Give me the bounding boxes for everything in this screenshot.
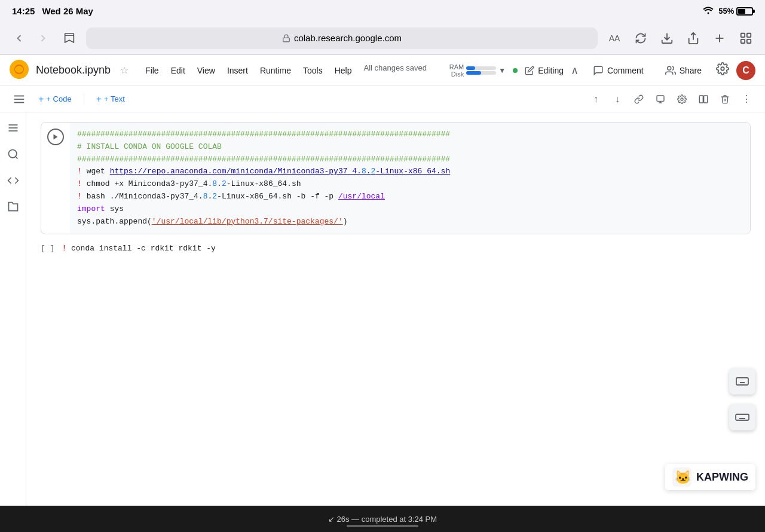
move-down-button[interactable]: ↓ (608, 90, 626, 108)
sidebar-toggle[interactable] (10, 90, 29, 109)
code-cell-2: [ ] ! conda install -c rdkit rdkit -y (41, 244, 751, 253)
settings-cell-button[interactable] (673, 90, 691, 108)
share-header-button[interactable]: Share (658, 62, 709, 80)
menu-view[interactable]: View (192, 63, 220, 78)
battery-display: 55% (718, 7, 753, 16)
cell-content-2[interactable]: ! conda install -c rdkit rdkit -y (62, 244, 215, 253)
tabs-button[interactable] (736, 29, 755, 48)
svg-rect-17 (657, 96, 664, 101)
save-status: All changes saved (364, 63, 427, 78)
sidebar (0, 112, 26, 532)
menu-tools[interactable]: Tools (298, 63, 328, 78)
star-icon[interactable]: ☆ (120, 65, 128, 76)
download-button[interactable] (657, 29, 677, 48)
status-bar: 14:25 Wed 26 May 55% (0, 0, 765, 22)
ram-disk-expand[interactable]: ▼ (498, 66, 506, 75)
keyboard-toggle-button[interactable] (729, 368, 755, 395)
svg-point-26 (8, 150, 16, 158)
url-text: colab.research.google.com (294, 33, 402, 43)
connected-indicator (513, 68, 518, 73)
browser-chrome: colab.research.google.com AA (0, 22, 765, 55)
cell-bracket-2: [ ] (41, 244, 54, 253)
status-bar-left: 14:25 Wed 26 May (12, 6, 93, 16)
run-button-1[interactable] (47, 129, 64, 145)
code-cell-1: ########################################… (41, 122, 751, 234)
header-right: RAM Disk ▼ Editing ∧ Commen (449, 61, 755, 80)
svg-point-20 (681, 98, 683, 100)
editing-button[interactable]: Editing (525, 66, 564, 75)
link-button[interactable] (630, 90, 648, 108)
new-tab-button[interactable] (710, 29, 729, 48)
collapse-button[interactable]: ∧ (571, 64, 579, 77)
add-text-button[interactable]: + + Text (91, 91, 130, 107)
svg-rect-7 (741, 39, 745, 42)
svg-rect-22 (704, 96, 708, 103)
menu-help[interactable]: Help (330, 63, 357, 78)
svg-point-11 (19, 67, 23, 72)
user-avatar[interactable]: C (736, 61, 755, 80)
status-bar-right: 55% (703, 6, 753, 16)
comment-button[interactable]: Comment (586, 62, 651, 80)
colab-logo (10, 60, 29, 81)
cell-gutter-1 (41, 123, 70, 234)
sidebar-item-menu[interactable] (2, 117, 24, 139)
mirror-button[interactable] (694, 90, 712, 108)
bottom-bar: ↙ 26s — completed at 3:24 PM (0, 506, 765, 532)
wifi-icon (703, 6, 714, 16)
sidebar-item-code[interactable] (2, 170, 24, 191)
svg-rect-21 (699, 96, 703, 103)
svg-rect-5 (741, 33, 745, 36)
svg-rect-0 (283, 38, 290, 41)
main-layout: ########################################… (0, 112, 765, 532)
menu-edit[interactable]: Edit (166, 63, 190, 78)
forward-button[interactable] (33, 29, 53, 48)
move-up-button[interactable]: ↑ (587, 90, 605, 108)
comment-cell-button[interactable] (651, 90, 669, 108)
cell-content-1[interactable]: ########################################… (70, 123, 750, 234)
svg-rect-8 (747, 39, 751, 42)
browser-actions: AA (605, 29, 755, 48)
kapwing-logo-icon: 🐱 (672, 467, 691, 487)
execution-status: ↙ 26s — completed at 3:24 PM (328, 515, 437, 524)
sidebar-item-files[interactable] (2, 196, 24, 218)
cell-toolbar-right: ↑ ↓ (587, 90, 755, 108)
svg-rect-6 (747, 33, 751, 36)
menu-file[interactable]: File (140, 63, 164, 78)
svg-point-13 (721, 67, 724, 71)
status-time: 14:25 (12, 6, 35, 16)
share-button[interactable] (684, 29, 703, 48)
svg-line-27 (15, 157, 17, 159)
svg-point-12 (667, 66, 671, 70)
keyboard-compact-button[interactable] (729, 404, 755, 430)
app-header: Notebook.ipynb ☆ File Edit View Insert R… (0, 55, 765, 86)
svg-text:🐱: 🐱 (675, 469, 691, 485)
kapwing-brand-text: KAPWING (696, 471, 748, 484)
url-bar[interactable]: colab.research.google.com (86, 27, 598, 49)
browser-nav (10, 29, 53, 48)
sidebar-item-search[interactable] (2, 143, 24, 165)
toolbar-row: + + Code + + Text ↑ ↓ (0, 86, 765, 112)
keyboard-float-buttons (729, 368, 755, 430)
ram-disk-widget[interactable]: RAM Disk ▼ (449, 63, 506, 78)
add-code-button[interactable]: + + Code (33, 91, 76, 107)
menu-bar: File Edit View Insert Runtime Tools Help… (140, 63, 427, 78)
status-date: Wed 26 May (42, 6, 93, 16)
more-options-button[interactable]: ⋮ (738, 90, 755, 108)
toolbar-divider (84, 93, 84, 105)
svg-marker-29 (54, 134, 58, 140)
notebook-content: ########################################… (26, 112, 765, 532)
settings-button[interactable] (716, 62, 729, 78)
svg-rect-40 (736, 414, 749, 420)
reload-button[interactable] (631, 29, 650, 48)
delete-cell-button[interactable] (716, 90, 734, 108)
font-size-button[interactable]: AA (605, 29, 624, 48)
home-indicator[interactable] (347, 525, 418, 527)
bookmarks-button[interactable] (60, 29, 79, 48)
menu-insert[interactable]: Insert (222, 63, 253, 78)
menu-runtime[interactable]: Runtime (255, 63, 296, 78)
kapwing-watermark: 🐱 KAPWING (665, 464, 755, 490)
back-button[interactable] (10, 29, 29, 48)
notebook-title[interactable]: Notebook.ipynb (36, 64, 111, 77)
svg-rect-30 (736, 378, 748, 385)
